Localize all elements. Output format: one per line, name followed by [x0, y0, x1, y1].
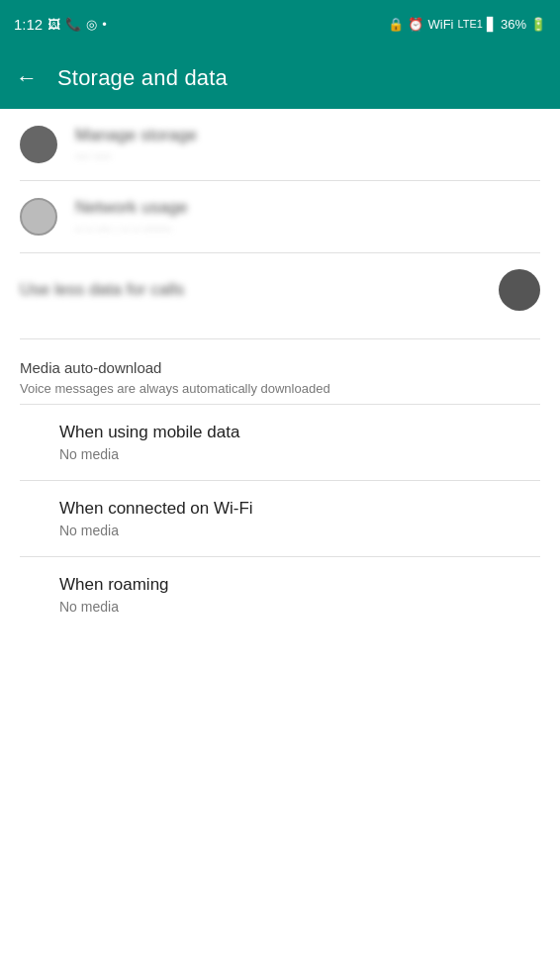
network-usage-item[interactable]: Network usage ·· ·· ···· · ·· ·· ·······… [0, 181, 560, 252]
media-auto-download-title: Media auto-download [20, 359, 540, 376]
app-bar: ← Storage and data [0, 48, 560, 109]
manage-storage-text: Manage storage ···· ····· [75, 126, 540, 163]
battery-level: 36% [501, 17, 526, 32]
instagram-icon: ◎ [86, 17, 97, 32]
manage-storage-item[interactable]: Manage storage ···· ····· [0, 109, 560, 180]
status-time: 1:12 [14, 16, 43, 33]
wifi-icon: WiFi [427, 17, 453, 32]
lte-icon: LTE1 [457, 18, 482, 30]
dot-indicator: • [102, 17, 107, 32]
wifi-subtitle: No media [59, 523, 540, 538]
status-bar-right: 🔒 ⏰ WiFi LTE1 ▋ 36% 🔋 [388, 17, 546, 32]
lock-icon: 🔒 [388, 17, 404, 32]
network-usage-subtitle: ·· ·· ···· · ·· ·· ········ [75, 221, 540, 236]
manage-storage-icon [20, 126, 57, 163]
mobile-data-title: When using mobile data [59, 423, 540, 442]
use-less-data-label: Use less data for calls [20, 280, 499, 300]
use-less-data-row[interactable]: Use less data for calls [0, 253, 560, 327]
battery-icon: 🔋 [530, 17, 546, 32]
mobile-data-subtitle: No media [59, 446, 540, 462]
spacer-1 [0, 327, 560, 338]
mobile-data-item[interactable]: When using mobile data No media [0, 405, 560, 480]
page-title: Storage and data [57, 65, 228, 91]
call-icon: 📞 [65, 17, 81, 32]
roaming-item[interactable]: When roaming No media [0, 557, 560, 632]
network-usage-text: Network usage ·· ·· ···· · ·· ·· ·······… [75, 198, 540, 236]
status-bar: 1:12 🖼 📞 ◎ • 🔒 ⏰ WiFi LTE1 ▋ 36% 🔋 [0, 0, 560, 48]
status-bar-left: 1:12 🖼 📞 ◎ • [14, 16, 107, 33]
settings-content: Manage storage ···· ····· Network usage … [0, 109, 560, 632]
manage-storage-title: Manage storage [75, 126, 540, 145]
network-usage-icon [20, 198, 57, 236]
use-less-data-toggle[interactable] [499, 269, 540, 311]
roaming-subtitle: No media [59, 599, 540, 615]
media-auto-download-subtitle: Voice messages are always automatically … [20, 380, 540, 398]
wifi-title: When connected on Wi-Fi [59, 499, 540, 519]
alarm-icon: ⏰ [408, 17, 423, 32]
media-auto-download-header: Media auto-download Voice messages are a… [0, 339, 560, 404]
photo-icon: 🖼 [47, 17, 60, 32]
roaming-title: When roaming [59, 575, 540, 595]
manage-storage-subtitle: ···· ····· [75, 148, 540, 163]
wifi-item[interactable]: When connected on Wi-Fi No media [0, 481, 560, 556]
signal-icon: ▋ [487, 17, 497, 32]
back-button[interactable]: ← [16, 65, 38, 91]
network-usage-title: Network usage [75, 198, 540, 218]
